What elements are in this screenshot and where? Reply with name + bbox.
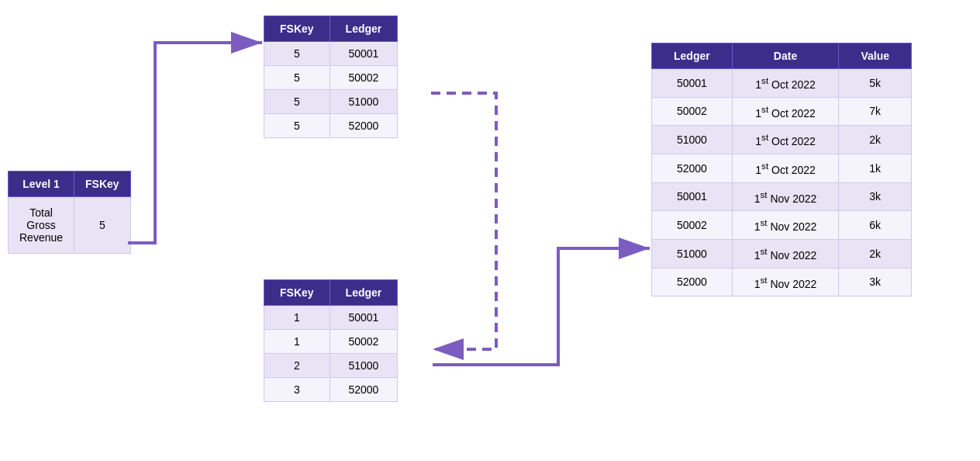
table-row: 50002 1st Nov 2022 6k [652, 211, 912, 240]
arrow-level1-to-fskey5 [128, 43, 262, 243]
fskeyvar-header-ledger: Ledger [330, 280, 398, 306]
table-row: 51000 1st Oct 2022 2k [652, 126, 912, 154]
table-row: 50001 1st Oct 2022 5k [652, 69, 912, 98]
ledger-row2-date: 1st Oct 2022 [732, 97, 839, 126]
arrow-fskey5-to-fskeyvar-dashed [431, 93, 496, 349]
ledger-row7-ledger: 51000 [652, 239, 733, 268]
ledger-row3-value: 2k [839, 126, 912, 154]
table-row: 52000 1st Nov 2022 3k [652, 268, 912, 296]
ledger-row5-ledger: 50001 [652, 182, 733, 211]
ledger-row5-value: 3k [839, 182, 912, 211]
ledger-row5-date: 1st Nov 2022 [732, 182, 839, 211]
ledger-row7-date: 1st Nov 2022 [732, 239, 839, 268]
fskey5-row3-fskey: 5 [264, 90, 330, 114]
ledger-row6-value: 6k [839, 211, 912, 240]
fskey5-row4-ledger: 52000 [330, 114, 398, 138]
fskey5-header-ledger: Ledger [330, 16, 398, 42]
ledger-header-ledger: Ledger [652, 43, 733, 69]
ledger-row4-date: 1st Oct 2022 [732, 154, 839, 182]
fskeyvar-row2-fskey: 1 [264, 330, 330, 354]
fskeyvar-row3-ledger: 51000 [330, 354, 398, 378]
ledger-row4-ledger: 52000 [652, 154, 733, 182]
ledger-table: Ledger Date Value 50001 1st Oct 2022 5k … [651, 43, 912, 296]
fskeyvar-row4-fskey: 3 [264, 378, 330, 402]
fskey5-row2-ledger: 50002 [330, 66, 398, 90]
fskey5-row1-fskey: 5 [264, 42, 330, 66]
table-row: 51000 1st Nov 2022 2k [652, 239, 912, 268]
ledger-row1-date: 1st Oct 2022 [732, 69, 839, 98]
table-row: 52000 1st Oct 2022 1k [652, 154, 912, 182]
ledger-row8-value: 3k [839, 268, 912, 296]
table-row: 1 50002 [264, 330, 398, 354]
ledger-row2-ledger: 50002 [652, 97, 733, 126]
fskeyvar-row4-ledger: 52000 [330, 378, 398, 402]
level1-header-fskey: FSKey [74, 172, 131, 197]
ledger-header-date: Date [732, 43, 839, 69]
ledger-row3-date: 1st Oct 2022 [732, 126, 839, 154]
fskey5-row3-ledger: 51000 [330, 90, 398, 114]
fskey5-table: FSKey Ledger 5 50001 5 50002 5 51000 5 5… [264, 16, 398, 138]
table-row: 5 52000 [264, 114, 398, 138]
ledger-row2-value: 7k [839, 97, 912, 126]
ledger-row6-ledger: 50002 [652, 211, 733, 240]
fskeyvar-header-fskey: FSKey [264, 280, 330, 306]
ledger-row8-date: 1st Nov 2022 [732, 268, 839, 296]
fskeyvar-row1-ledger: 50001 [330, 306, 398, 330]
level1-cell-fskey: 5 [74, 197, 131, 254]
fskey5-row4-fskey: 5 [264, 114, 330, 138]
table-row: TotalGrossRevenue 5 [9, 197, 131, 254]
fskeyvar-table: FSKey Ledger 1 50001 1 50002 2 51000 3 5… [264, 279, 398, 402]
arrow-fskeyvar-to-ledger [433, 248, 650, 365]
fskeyvar-row3-fskey: 2 [264, 354, 330, 378]
ledger-row7-value: 2k [839, 239, 912, 268]
ledger-row1-value: 5k [839, 69, 912, 98]
fskey5-row2-fskey: 5 [264, 66, 330, 90]
level1-cell-name: TotalGrossRevenue [9, 197, 74, 254]
ledger-row6-date: 1st Nov 2022 [732, 211, 839, 240]
table-row: 5 50002 [264, 66, 398, 90]
ledger-row8-ledger: 52000 [652, 268, 733, 296]
table-row: 3 52000 [264, 378, 398, 402]
fskey5-row1-ledger: 50001 [330, 42, 398, 66]
table-row: 5 50001 [264, 42, 398, 66]
ledger-header-value: Value [839, 43, 912, 69]
ledger-row4-value: 1k [839, 154, 912, 182]
ledger-row1-ledger: 50001 [652, 69, 733, 98]
table-row: 1 50001 [264, 306, 398, 330]
level1-header-level1: Level 1 [9, 172, 74, 197]
table-row: 50002 1st Oct 2022 7k [652, 97, 912, 126]
fskey5-header-fskey: FSKey [264, 16, 330, 42]
diagram-container: Level 1 FSKey TotalGrossRevenue 5 FSKey … [0, 0, 980, 461]
table-row: 5 51000 [264, 90, 398, 114]
table-row: 2 51000 [264, 354, 398, 378]
level1-table: Level 1 FSKey TotalGrossRevenue 5 [8, 171, 131, 254]
fskeyvar-row2-ledger: 50002 [330, 330, 398, 354]
table-row: 50001 1st Nov 2022 3k [652, 182, 912, 211]
fskeyvar-row1-fskey: 1 [264, 306, 330, 330]
ledger-row3-ledger: 51000 [652, 126, 733, 154]
